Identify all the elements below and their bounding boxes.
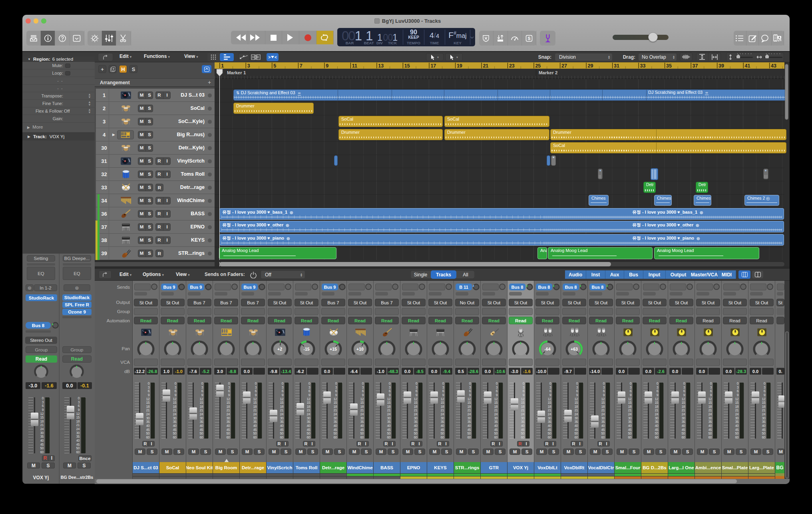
svg-text:27: 27 [561, 63, 567, 69]
svg-text:-64: -64 [544, 347, 550, 351]
svg-text:1: 1 [221, 63, 224, 69]
svg-text:13: 13 [378, 63, 384, 69]
svg-text:31: 31 [614, 63, 619, 69]
svg-text:37: 37 [693, 63, 698, 69]
svg-text:17: 17 [430, 63, 436, 69]
svg-text:43: 43 [771, 63, 776, 69]
svg-text:-15: -15 [303, 347, 309, 351]
svg-text:7: 7 [300, 63, 303, 69]
svg-text:29: 29 [588, 63, 593, 69]
svg-text:23: 23 [509, 63, 515, 69]
svg-text:15: 15 [404, 63, 410, 69]
svg-text:25: 25 [535, 63, 541, 69]
svg-text:21: 21 [483, 63, 488, 69]
svg-text:3: 3 [247, 63, 250, 69]
svg-text:+10: +10 [356, 347, 364, 351]
svg-text:35: 35 [666, 63, 672, 69]
svg-text:33: 33 [640, 63, 646, 69]
svg-text:9: 9 [326, 63, 328, 69]
svg-text:S: S [527, 36, 530, 41]
svg-text:11: 11 [352, 63, 357, 69]
svg-text:5: 5 [273, 63, 276, 69]
svg-text:+63: +63 [571, 347, 578, 351]
svg-text:19: 19 [457, 63, 462, 69]
svg-text:+15: +15 [330, 347, 337, 351]
svg-text:41: 41 [745, 63, 750, 69]
svg-text:+2: +2 [277, 347, 282, 351]
svg-text:39: 39 [718, 63, 724, 69]
